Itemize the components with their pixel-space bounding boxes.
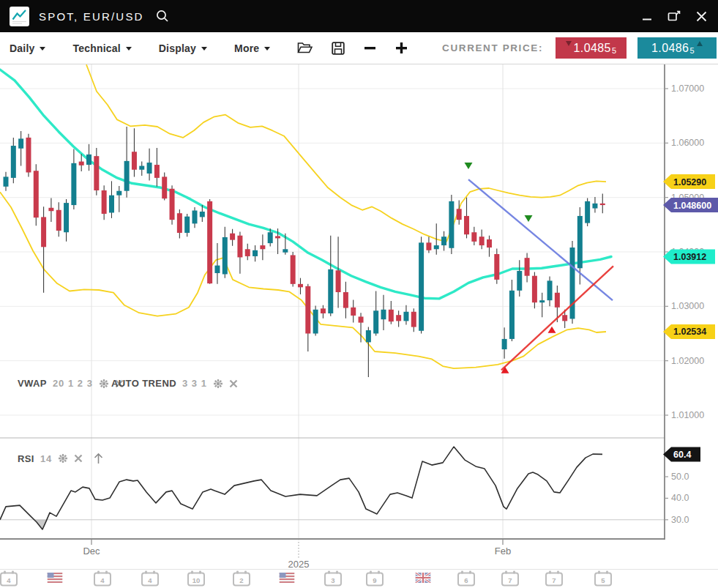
move-panel-up-icon[interactable] — [93, 453, 104, 464]
candle-body — [260, 245, 265, 249]
upper-band-tag-text: 1.05290 — [673, 177, 706, 187]
minimize-button[interactable] — [642, 11, 652, 21]
auto-trend-indicator-label: AUTO TREND 3 3 1 — [111, 378, 238, 389]
price-chart-canvas[interactable]: 1.070001.060001.050001.040001.030001.020… — [0, 64, 718, 588]
calendar-event-day: 2 — [239, 576, 243, 584]
calendar-event-icon[interactable]: 4 — [0, 573, 18, 587]
candle-body — [539, 300, 545, 302]
candle-body — [139, 166, 144, 170]
candle-body — [192, 210, 198, 223]
candle-body — [230, 234, 235, 240]
candle-body — [328, 269, 333, 313]
bid-price-badge[interactable]: 1.0485 5 — [556, 37, 627, 59]
technical-menu[interactable]: Technical — [72, 42, 131, 54]
calendar-event-icon[interactable]: 3 — [324, 573, 342, 587]
price-tick-label: 1.01000 — [671, 410, 704, 420]
candle-body — [214, 266, 220, 273]
candle-body — [275, 236, 280, 238]
candle-body — [494, 254, 499, 280]
popout-button[interactable] — [667, 10, 681, 22]
candle-body — [184, 217, 190, 233]
candle-body — [343, 292, 348, 308]
calendar-event-day: 4 — [100, 576, 104, 584]
us-flag-icon[interactable] — [48, 573, 63, 586]
calendar-event-icon[interactable]: 7 — [545, 573, 563, 587]
calendar-event-icon[interactable]: 4 — [141, 573, 159, 587]
us-flag-icon[interactable] — [280, 573, 295, 586]
candle-body — [562, 315, 567, 321]
calendar-event-icon[interactable]: 7 — [501, 573, 519, 587]
vwap-name: VWAP — [18, 378, 47, 389]
app-logo-icon — [10, 7, 29, 26]
candle-body — [366, 330, 371, 342]
candle-body — [457, 209, 462, 220]
uk-flag-icon[interactable] — [416, 573, 431, 586]
open-folder-icon[interactable] — [297, 42, 313, 54]
candle-body — [471, 232, 476, 242]
zoom-out-button[interactable] — [364, 42, 376, 54]
rsi-value-tag-text: 60.4 — [673, 450, 691, 460]
trading-app-window: SPOT, EUR/USD Daily — [0, 0, 718, 588]
candle-body — [426, 242, 431, 250]
candle-body — [11, 146, 16, 178]
settings-icon[interactable] — [213, 379, 223, 389]
chevron-down-icon — [126, 47, 132, 51]
ask-price-value: 1.0486 — [651, 42, 689, 55]
calendar-event-icon[interactable]: 4 — [94, 573, 111, 587]
candle-body — [94, 156, 99, 190]
calendar-event-day: 5 — [601, 576, 605, 584]
price-tick-label: 1.06000 — [671, 138, 704, 148]
candle-body — [464, 216, 469, 234]
rsi-tick-label: 30.0 — [671, 515, 689, 525]
candle-body — [532, 276, 537, 302]
save-icon[interactable] — [332, 42, 345, 55]
calendar-event-icon[interactable]: 5 — [594, 573, 612, 587]
calendar-event-icon[interactable]: 2 — [233, 573, 250, 587]
candle-body — [41, 217, 46, 247]
window-title: SPOT, EUR/USD — [39, 10, 144, 23]
candle-body — [441, 237, 446, 245]
candle-body — [132, 152, 137, 170]
candle-body — [154, 165, 160, 178]
candle-body — [116, 191, 121, 196]
candle-body — [147, 163, 152, 174]
calendar-event-day: 9 — [373, 576, 376, 584]
calendar-event-icon[interactable]: 10 — [187, 573, 205, 587]
calendar-event-icon[interactable]: 9 — [366, 573, 384, 587]
chart-area: 1.070001.060001.050001.040001.030001.020… — [0, 64, 718, 588]
more-menu[interactable]: More — [234, 42, 270, 54]
candle-body — [592, 204, 597, 209]
search-icon[interactable] — [154, 8, 171, 24]
vwap-indicator-label: VWAP 20 1 2 3 — [18, 378, 124, 389]
candle-body — [381, 310, 386, 319]
settings-icon[interactable] — [58, 453, 68, 464]
rsi-tick-label: 40.0 — [671, 493, 689, 503]
candle-body — [373, 310, 378, 333]
current-price-label: CURRENT PRICE: — [442, 42, 543, 53]
candle-body — [487, 239, 492, 248]
candle-body — [600, 204, 605, 205]
close-button[interactable] — [696, 11, 707, 22]
candle-body — [577, 216, 583, 268]
auto-trend-params: 3 3 1 — [182, 378, 207, 389]
display-menu-label: Display — [159, 42, 196, 54]
remove-indicator-icon[interactable] — [229, 379, 238, 388]
candle-body — [268, 232, 273, 243]
calendar-event-icon[interactable]: 6 — [457, 573, 475, 587]
timeframe-menu[interactable]: Daily — [10, 42, 45, 54]
ask-price-badge[interactable]: 1.0486 5 — [637, 37, 717, 59]
candle-body — [396, 315, 401, 321]
candle-body — [200, 212, 205, 217]
candle-body — [109, 196, 114, 213]
ask-price-pip: 5 — [689, 46, 695, 55]
candle-body — [585, 201, 590, 223]
zoom-in-button[interactable] — [395, 42, 408, 54]
bid-price-value: 1.0485 — [574, 42, 611, 55]
title-bar: SPOT, EUR/USD — [0, 0, 718, 32]
remove-indicator-icon[interactable] — [74, 454, 83, 463]
candle-body — [547, 280, 553, 300]
settings-icon[interactable] — [99, 379, 109, 389]
price-tick-label: 1.03000 — [671, 301, 704, 311]
auto-trend-name: AUTO TREND — [111, 378, 176, 389]
display-menu[interactable]: Display — [159, 42, 207, 54]
